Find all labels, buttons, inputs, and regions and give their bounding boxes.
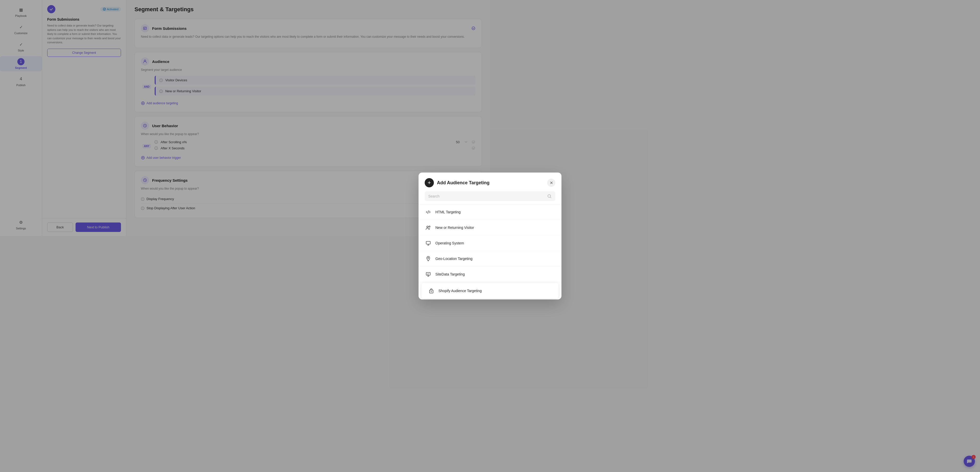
svg-point-21: [427, 226, 428, 228]
modal-header: + Add Audience Targeting ✕: [418, 173, 490, 192]
code-icon: [425, 209, 432, 215]
html-targeting-label: HTML Targeting: [435, 210, 461, 214]
modal-list: HTML Targeting New or Returning Visitor …: [418, 204, 490, 236]
new-returning-modal-label: New or Returning Visitor: [435, 226, 474, 230]
modal-plus-icon: +: [425, 178, 434, 187]
modal-item-operating-system[interactable]: Operating System: [418, 236, 490, 236]
person-group-icon: [425, 224, 432, 231]
modal-title: Add Audience Targeting: [437, 180, 490, 185]
svg-point-22: [429, 226, 430, 227]
add-audience-modal: + Add Audience Targeting ✕ HTML Targetin…: [418, 173, 490, 236]
modal-overlay: + Add Audience Targeting ✕ HTML Targetin…: [0, 0, 490, 236]
modal-item-new-returning[interactable]: New or Returning Visitor: [418, 220, 490, 236]
modal-item-html-targeting[interactable]: HTML Targeting: [418, 204, 490, 220]
modal-search-input[interactable]: [428, 194, 490, 198]
modal-search-container: [425, 192, 490, 201]
